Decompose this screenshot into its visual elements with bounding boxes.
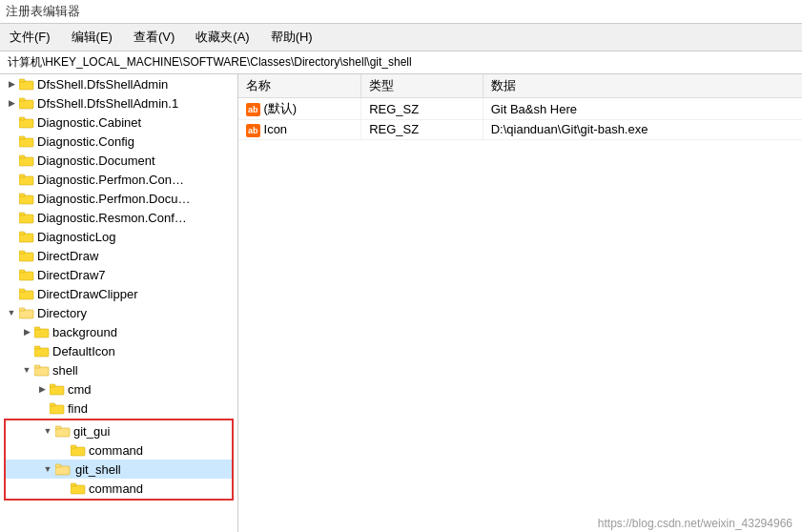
table-header[interactable]: 类型 (361, 74, 483, 98)
expand-icon[interactable] (4, 229, 19, 244)
tree-item-label: Diagnostic.Perfmon.Con… (37, 173, 184, 187)
tree-item-diagnostic-config[interactable]: Diagnostic.Config (0, 132, 237, 151)
highlight-region: ▼ git_gui command▼ git_shell command (4, 419, 234, 501)
tree-item-dfsshell-dfsshell1[interactable]: ▶ DfsShell.DfsShellAdmin.1 (0, 93, 237, 113)
expand-icon[interactable]: ▼ (40, 461, 55, 477)
expand-icon[interactable] (4, 248, 19, 263)
expand-icon[interactable]: ▶ (19, 324, 34, 339)
tree-item-background[interactable]: ▶ background (0, 322, 237, 341)
tree-item-directdrawclipper[interactable]: DirectDrawClipper (0, 284, 237, 303)
tree-item-shell[interactable]: ▼ shell (0, 360, 237, 379)
svg-rect-11 (19, 174, 25, 177)
watermark: https://blog.csdn.net/weixin_43294966 (598, 517, 792, 530)
svg-rect-10 (19, 176, 33, 185)
tree-item-directdraw[interactable]: DirectDraw (0, 246, 237, 265)
menu-item[interactable]: 文件(F) (4, 27, 56, 48)
table-row[interactable]: abIconREG_SZD:\qianduan\Git\git-bash.exe (238, 120, 802, 140)
tree-item-diagnostic-cabinet[interactable]: Diagnostic.Cabinet (0, 113, 237, 132)
expand-icon[interactable] (4, 133, 19, 149)
expand-icon[interactable]: ▼ (4, 305, 19, 320)
tree-item-cmd[interactable]: ▶ cmd (0, 379, 237, 399)
svg-rect-9 (19, 155, 25, 158)
expand-icon[interactable] (4, 210, 19, 225)
tree-item-git_gui[interactable]: ▼ git_gui (6, 421, 232, 440)
svg-rect-27 (34, 327, 40, 330)
folder-icon (55, 424, 71, 438)
tree-panel[interactable]: ▶ DfsShell.DfsShellAdmin▶ DfsShell.DfsSh… (0, 74, 238, 532)
svg-rect-16 (19, 234, 33, 242)
svg-rect-24 (19, 310, 33, 318)
expand-icon[interactable] (4, 191, 19, 206)
menu-item[interactable]: 收藏夹(A) (190, 27, 255, 48)
tree-item-directory[interactable]: ▼ Directory (0, 303, 237, 322)
expand-icon[interactable]: ▼ (40, 423, 55, 439)
svg-rect-23 (19, 289, 25, 292)
table-header[interactable]: 名称 (238, 74, 361, 98)
address-bar: 计算机\HKEY_LOCAL_MACHINE\SOFTWARE\Classes\… (0, 51, 802, 74)
expand-icon[interactable]: ▶ (34, 381, 50, 397)
table-row[interactable]: ab(默认)REG_SZGit Ba&sh Here (238, 98, 802, 120)
expand-icon[interactable] (34, 400, 50, 416)
svg-rect-5 (19, 117, 25, 120)
expand-icon[interactable] (4, 172, 19, 187)
expand-icon[interactable] (4, 286, 19, 301)
folder-icon (19, 287, 34, 300)
tree-item-label: git_shell (73, 462, 123, 477)
tree-item-diagnostic-perfmon-con[interactable]: Diagnostic.Perfmon.Con… (0, 170, 237, 189)
menu-item[interactable]: 编辑(E) (66, 27, 118, 48)
expand-icon[interactable] (4, 153, 19, 168)
expand-icon[interactable] (55, 442, 71, 458)
folder-icon (19, 211, 34, 224)
tree-item-label: shell (52, 363, 78, 378)
reg-name: ab(默认) (238, 98, 361, 120)
folder-icon (19, 77, 34, 91)
svg-rect-33 (50, 384, 55, 387)
folder-icon (19, 268, 34, 281)
tree-item-directdraw7[interactable]: DirectDraw7 (0, 265, 237, 284)
title-bar: 注册表编辑器 (0, 0, 802, 24)
tree-item-diagnostic-resmon-conf[interactable]: Diagnostic.Resmon.Conf… (0, 208, 237, 227)
tree-item-label: DfsShell.DfsShellAdmin.1 (37, 96, 178, 111)
tree-item-label: Diagnostic.Perfmon.Docu… (37, 192, 190, 206)
tree-item-diagnosticlog[interactable]: DiagnosticLog (0, 227, 237, 246)
tree-item-diagnostic-document[interactable]: Diagnostic.Document (0, 151, 237, 170)
svg-rect-34 (50, 405, 64, 414)
expand-icon[interactable]: ▼ (19, 362, 34, 378)
expand-icon[interactable] (55, 481, 71, 496)
table-header[interactable]: 数据 (483, 74, 802, 98)
folder-icon (19, 115, 34, 129)
menu-item[interactable]: 查看(V) (128, 27, 180, 48)
expand-icon[interactable]: ▶ (4, 76, 19, 92)
expand-icon[interactable] (4, 114, 19, 130)
svg-rect-4 (19, 119, 33, 128)
menu-item[interactable]: 帮助(H) (265, 27, 319, 48)
tree-item-label: Diagnostic.Document (37, 153, 155, 168)
folder-icon (19, 230, 34, 243)
svg-rect-8 (19, 157, 33, 166)
tree-item-defaulticon[interactable]: DefaultIcon (0, 341, 237, 360)
tree-item-diagnostic-perfmon-docu[interactable]: Diagnostic.Perfmon.Docu… (0, 189, 237, 208)
tree-item-git_shell[interactable]: ▼ git_shell (6, 460, 232, 479)
expand-icon[interactable]: ▶ (4, 95, 19, 111)
tree-item-dfsshell-dfsshell[interactable]: ▶ DfsShell.DfsShellAdmin (0, 74, 237, 93)
folder-icon (19, 249, 34, 262)
svg-rect-15 (19, 213, 25, 215)
menu-bar: 文件(F)编辑(E)查看(V)收藏夹(A)帮助(H) (0, 24, 802, 51)
expand-icon[interactable] (19, 343, 34, 358)
svg-rect-38 (71, 447, 85, 456)
tree-item-git_gui_command[interactable]: command (6, 440, 232, 460)
tree-item-find[interactable]: find (0, 399, 237, 418)
tree-item-git_shell_command[interactable]: command (6, 479, 232, 498)
svg-rect-31 (34, 365, 40, 368)
svg-rect-28 (34, 348, 49, 357)
folder-icon (71, 481, 86, 495)
folder-icon (19, 192, 34, 205)
folder-icon (34, 344, 50, 358)
folder-icon (71, 443, 86, 457)
address-text: 计算机\HKEY_LOCAL_MACHINE\SOFTWARE\Classes\… (8, 54, 412, 71)
tree-item-label: Diagnostic.Cabinet (37, 115, 141, 130)
svg-rect-18 (19, 253, 33, 261)
svg-rect-36 (55, 428, 70, 437)
reg-data: Git Ba&sh Here (483, 98, 802, 120)
expand-icon[interactable] (4, 267, 19, 282)
